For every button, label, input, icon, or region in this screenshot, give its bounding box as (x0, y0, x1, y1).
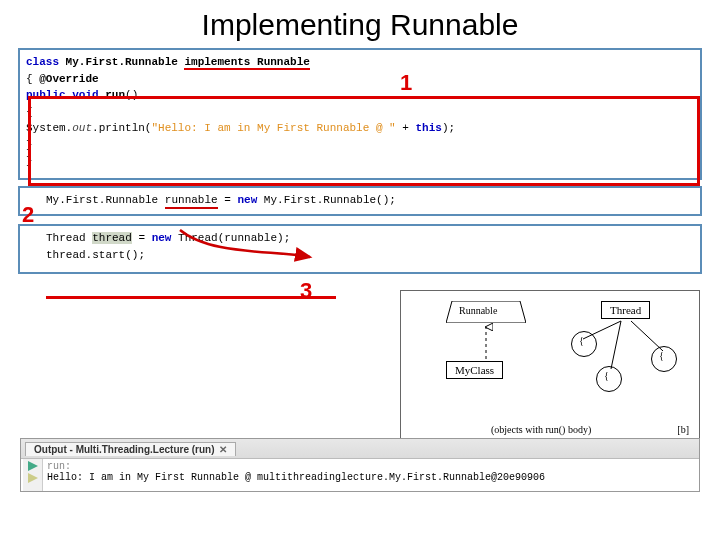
code-token: } (26, 155, 33, 167)
brace-icon: { (579, 335, 584, 346)
code-token: run (105, 89, 125, 101)
code-token: } (26, 139, 33, 151)
code-token: @Override (39, 73, 98, 85)
code-token: My.First.Runnable (66, 56, 178, 68)
svg-marker-6 (28, 473, 38, 483)
brace-icon: { (604, 370, 609, 381)
code-token: () (125, 89, 138, 101)
highlight-underline-3 (46, 296, 336, 299)
code-token: "Hello: I am in My First Runnable @ " (151, 122, 395, 134)
code-token: My.First.Runnable(); (257, 194, 396, 206)
code-token: new (237, 194, 257, 206)
code-token: = (132, 232, 152, 244)
myclass-node: MyClass (446, 361, 503, 379)
output-tab-title: Output - Multi.Threading.Lecture (run) (34, 444, 215, 455)
callout-3: 3 (300, 278, 312, 304)
thread-node: Thread (601, 301, 650, 319)
output-run-label: run: (47, 461, 695, 472)
code-token: Thread (46, 232, 92, 244)
code-block-1: class My.First.Runnable implements Runna… (18, 48, 702, 180)
code-token: Thread(runnable); (171, 232, 290, 244)
code-token: { (26, 73, 39, 85)
code-token: My.First.Runnable (46, 194, 165, 206)
code-token: thread (92, 232, 132, 244)
output-tab[interactable]: Output - Multi.Threading.Lecture (run) ✕ (25, 442, 236, 456)
code-token: + (396, 122, 416, 134)
code-token: out (72, 122, 92, 134)
svg-line-4 (631, 321, 663, 351)
page-title: Implementing Runnable (0, 8, 720, 42)
code-token: runnable (165, 194, 218, 209)
code-token: this (416, 122, 442, 134)
output-panel: Output - Multi.Threading.Lecture (run) ✕… (20, 438, 700, 492)
code-token: new (152, 232, 172, 244)
brace-icon: { (659, 350, 664, 361)
output-gutter (23, 459, 43, 491)
output-body: run: Hello: I am in My First Runnable @ … (21, 459, 699, 491)
code-token: ); (442, 122, 455, 134)
svg-line-3 (611, 321, 621, 369)
rerun-icon[interactable] (26, 472, 40, 484)
code-token: implements Runnable (184, 56, 309, 70)
output-line: Hello: I am in My First Runnable @ multi… (47, 472, 695, 483)
diagram-panel-label: [b] (677, 424, 689, 435)
class-diagram: Runnable Thread MyClass { { { (objects w… (400, 290, 700, 440)
svg-marker-5 (28, 461, 38, 471)
close-icon[interactable]: ✕ (219, 444, 227, 455)
code-token: public void (26, 89, 105, 101)
object-links-icon (561, 319, 691, 389)
code-token: class (26, 56, 66, 68)
code-token: System. (26, 122, 72, 134)
runnable-label: Runnable (459, 305, 497, 316)
output-tabbar: Output - Multi.Threading.Lecture (run) ✕ (21, 439, 699, 459)
callout-1: 1 (400, 70, 412, 96)
run-icon[interactable] (26, 460, 40, 472)
code-block-3: Thread thread = new Thread(runnable); th… (18, 224, 702, 274)
code-token: = (218, 194, 238, 206)
code-token: thread.start(); (46, 249, 145, 261)
svg-line-2 (583, 321, 621, 339)
diagram-caption: (objects with run() body) (491, 424, 591, 435)
implements-arrow-icon (476, 323, 496, 361)
code-token: { (26, 106, 33, 118)
code-token: .println( (92, 122, 151, 134)
code-block-2: My.First.Runnable runnable = new My.Firs… (18, 186, 702, 216)
